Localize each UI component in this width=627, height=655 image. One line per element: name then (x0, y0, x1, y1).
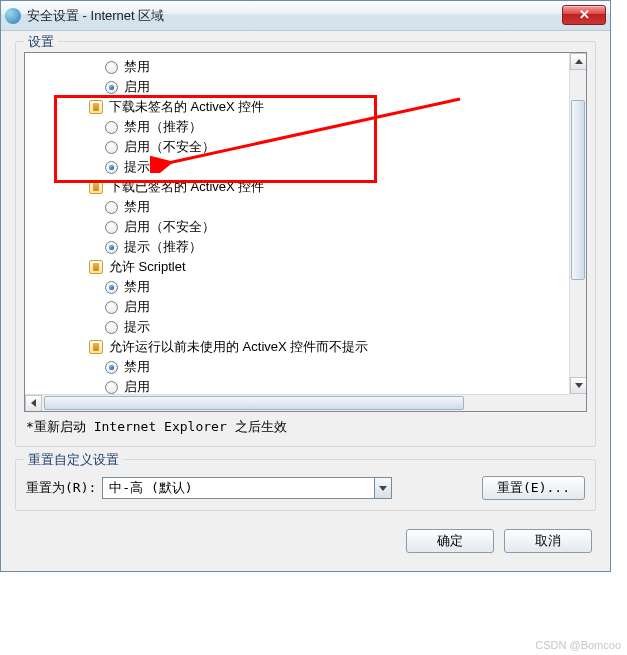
chevron-down-icon (379, 486, 387, 491)
option-label: 提示（推荐） (124, 238, 202, 256)
tree-section-run-unused: 允许运行以前未使用的 ActiveX 控件而不提示 (25, 337, 569, 357)
activex-icon (89, 340, 103, 354)
combo-dropdown-button[interactable] (374, 477, 392, 499)
security-settings-dialog: 安全设置 - Internet 区域 ✕ 设置 禁用 启用 下载未签名的 Act… (0, 0, 611, 572)
chevron-down-icon (575, 383, 583, 388)
reset-group-label: 重置自定义设置 (24, 451, 123, 469)
close-button[interactable]: ✕ (562, 5, 606, 25)
chevron-left-icon (31, 399, 36, 407)
option-label: 禁用 (124, 278, 150, 296)
tree-option-scriptlet-prompt[interactable]: 提示 (25, 317, 569, 337)
reset-to-label: 重置为(R): (26, 479, 96, 497)
scroll-thumb-v[interactable] (571, 100, 585, 280)
option-label: 提示 (124, 158, 150, 176)
scroll-track-v[interactable] (570, 70, 586, 377)
tree-section-scriptlet: 允许 Scriptlet (25, 257, 569, 277)
tree-option-signed-enable[interactable]: 启用（不安全） (25, 217, 569, 237)
settings-group: 设置 禁用 启用 下载未签名的 ActiveX 控件 禁用（推荐） 启用（不安全… (15, 41, 596, 447)
settings-listbox: 禁用 启用 下载未签名的 ActiveX 控件 禁用（推荐） 启用（不安全） 提… (24, 52, 587, 412)
combo-value: 中-高 (默认) (102, 477, 374, 499)
section-title: 下载未签名的 ActiveX 控件 (109, 98, 264, 116)
reset-level-combo[interactable]: 中-高 (默认) (102, 477, 392, 499)
tree-section-signed-activex: 下载已签名的 ActiveX 控件 (25, 177, 569, 197)
scroll-thumb-h[interactable] (44, 396, 464, 410)
restart-note: *重新启动 Internet Explorer 之后生效 (24, 412, 587, 438)
reset-group: 重置自定义设置 重置为(R): 中-高 (默认) 重置(E)... (15, 459, 596, 511)
tree-option-enable[interactable]: 启用 (25, 77, 569, 97)
tree-option-scriptlet-enable[interactable]: 启用 (25, 297, 569, 317)
tree-option-rununused-disable[interactable]: 禁用 (25, 357, 569, 377)
chevron-up-icon (575, 59, 583, 64)
section-title: 允许运行以前未使用的 ActiveX 控件而不提示 (109, 338, 368, 356)
window-title: 安全设置 - Internet 区域 (27, 7, 562, 25)
option-label: 启用 (124, 78, 150, 96)
tree-option-disable[interactable]: 禁用 (25, 57, 569, 77)
tree-option-unsigned-disable[interactable]: 禁用（推荐） (25, 117, 569, 137)
settings-tree: 禁用 启用 下载未签名的 ActiveX 控件 禁用（推荐） 启用（不安全） 提… (25, 53, 569, 394)
section-title: 下载已签名的 ActiveX 控件 (109, 178, 264, 196)
option-label: 启用 (124, 298, 150, 316)
tree-option-scriptlet-disable[interactable]: 禁用 (25, 277, 569, 297)
dialog-body: 设置 禁用 启用 下载未签名的 ActiveX 控件 禁用（推荐） 启用（不安全… (1, 31, 610, 571)
horizontal-scrollbar[interactable] (25, 394, 586, 411)
section-title: 允许 Scriptlet (109, 258, 186, 276)
scroll-track-h[interactable] (42, 395, 569, 411)
tree-option-rununused-enable[interactable]: 启用 (25, 377, 569, 394)
scroll-down-button[interactable] (570, 377, 587, 394)
reset-button[interactable]: 重置(E)... (482, 476, 585, 500)
option-label: 启用 (124, 378, 150, 394)
activex-icon (89, 180, 103, 194)
option-label: 提示 (124, 318, 150, 336)
watermark: CSDN @Bomcoo (535, 639, 621, 651)
dialog-footer: 确定 取消 (15, 523, 596, 557)
option-label: 禁用 (124, 58, 150, 76)
option-label: 启用（不安全） (124, 218, 215, 236)
option-label: 启用（不安全） (124, 138, 215, 156)
ok-button[interactable]: 确定 (406, 529, 494, 553)
tree-option-signed-prompt[interactable]: 提示（推荐） (25, 237, 569, 257)
option-label: 禁用 (124, 358, 150, 376)
tree-option-signed-disable[interactable]: 禁用 (25, 197, 569, 217)
vertical-scrollbar[interactable] (569, 53, 586, 394)
activex-icon (89, 260, 103, 274)
scroll-corner (569, 394, 586, 411)
scroll-left-button[interactable] (25, 395, 42, 412)
cancel-button[interactable]: 取消 (504, 529, 592, 553)
tree-section-unsigned-activex: 下载未签名的 ActiveX 控件 (25, 97, 569, 117)
tree-option-unsigned-prompt[interactable]: 提示 (25, 157, 569, 177)
option-label: 禁用 (124, 198, 150, 216)
activex-icon (89, 100, 103, 114)
option-label: 禁用（推荐） (124, 118, 202, 136)
close-icon: ✕ (579, 7, 590, 22)
settings-group-label: 设置 (24, 33, 58, 51)
tree-option-unsigned-enable[interactable]: 启用（不安全） (25, 137, 569, 157)
globe-icon (5, 8, 21, 24)
scroll-up-button[interactable] (570, 53, 587, 70)
title-bar: 安全设置 - Internet 区域 ✕ (1, 1, 610, 31)
